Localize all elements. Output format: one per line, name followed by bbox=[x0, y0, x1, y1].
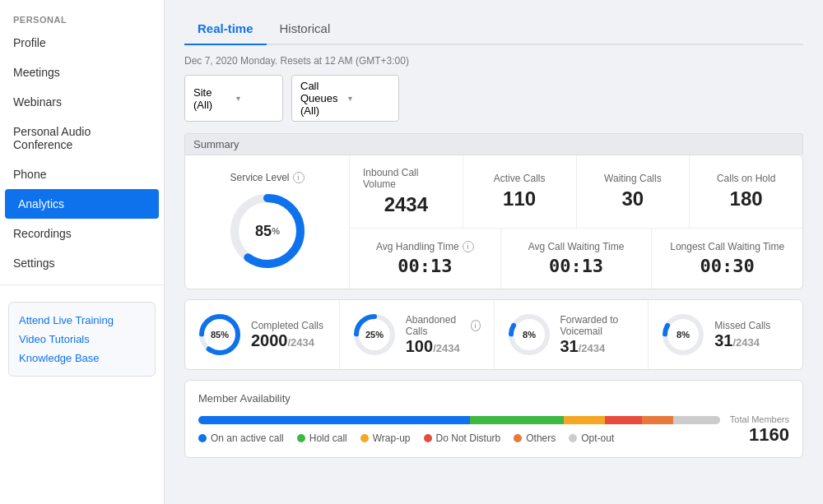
legend-dot-others-legend bbox=[514, 434, 522, 442]
call-stat-info-forwarded-to-voicemail: Forwarded to Voicemail31/2434 bbox=[560, 314, 635, 356]
sidebar-item-recordings[interactable]: Recordings bbox=[0, 219, 164, 248]
mini-donut-forwarded-to-voicemail: 8% bbox=[508, 313, 551, 356]
stat-inbound-label: Inbound Call Volume bbox=[363, 167, 449, 190]
sidebar-item-attend-training[interactable]: Attend Live Training bbox=[19, 311, 145, 330]
stat-inbound-call-volume: Inbound Call Volume 2434 bbox=[350, 155, 463, 228]
abandoned-calls-info-icon[interactable]: i bbox=[471, 320, 481, 331]
call-stat-total-missed-calls: /2434 bbox=[733, 336, 760, 349]
stat-inbound-value: 2434 bbox=[384, 193, 428, 216]
svg-text:8%: 8% bbox=[523, 330, 536, 340]
legend-item-hold-call-legend: Hold call bbox=[297, 432, 347, 444]
site-filter-label: Site (All) bbox=[193, 86, 231, 111]
stats-grid: Service Level i 85% Inbound Call Volume … bbox=[184, 155, 803, 289]
call-stat-title-completed-calls: Completed Calls bbox=[251, 320, 326, 331]
call-queues-filter-chevron: ▾ bbox=[348, 94, 391, 103]
sidebar-item-analytics[interactable]: Analytics bbox=[5, 189, 159, 219]
call-stat-abandoned-calls: 25%Abandoned Callsi100/2434 bbox=[340, 300, 495, 369]
sidebar: PERSONAL ProfileMeetingsWebinarsPersonal… bbox=[0, 0, 165, 504]
total-members-value: 1160 bbox=[730, 424, 789, 446]
stat-longest-waiting-value: 00:30 bbox=[700, 256, 755, 276]
call-stat-title-missed-calls: Missed Calls bbox=[714, 320, 789, 331]
site-filter[interactable]: Site (All) ▾ bbox=[184, 75, 283, 122]
availability-bar bbox=[198, 416, 720, 424]
legend-label-do-not-disturb-legend: Do Not Disturb bbox=[436, 432, 501, 444]
sidebar-item-phone[interactable]: Phone bbox=[0, 160, 164, 189]
bar-segment-opt-out bbox=[673, 416, 720, 424]
stat-longest-waiting-label: Longest Call Waiting Time bbox=[670, 241, 784, 252]
stat-avg-handling: Avg Handling Time i 00:13 bbox=[350, 229, 501, 289]
call-stat-total-forwarded-to-voicemail: /2434 bbox=[579, 342, 606, 354]
legend-item-wrap-up-legend: Wrap-up bbox=[360, 432, 411, 444]
svg-text:85%: 85% bbox=[211, 330, 229, 340]
mini-donut-completed-calls: 85% bbox=[198, 313, 241, 356]
bar-segment-hold-call bbox=[470, 416, 564, 424]
svg-text:8%: 8% bbox=[677, 330, 690, 340]
call-stat-missed-calls: 8%Missed Calls31/2434 bbox=[649, 300, 802, 369]
tab-historical[interactable]: Historical bbox=[267, 16, 344, 45]
sidebar-item-meetings[interactable]: Meetings bbox=[0, 58, 164, 87]
stat-active-label: Active Calls bbox=[494, 173, 546, 184]
calls-grid: 85%Completed Calls2000/243425%Abandoned … bbox=[184, 299, 803, 370]
legend-dot-hold-call-legend bbox=[297, 434, 305, 442]
sidebar-divider bbox=[0, 284, 164, 285]
avg-handling-info-icon[interactable]: i bbox=[463, 241, 474, 252]
call-stat-completed-calls: 85%Completed Calls2000/2434 bbox=[185, 300, 340, 369]
legend-item-others-legend: Others bbox=[514, 432, 556, 444]
stat-active-calls: Active Calls 110 bbox=[463, 155, 577, 228]
legend-dot-wrap-up-legend bbox=[360, 434, 369, 442]
stat-avg-waiting-label: Avg Call Waiting Time bbox=[528, 241, 625, 252]
stat-longest-waiting: Longest Call Waiting Time 00:30 bbox=[652, 229, 802, 289]
stat-avg-handling-label: Avg Handling Time i bbox=[376, 241, 474, 252]
call-stat-total-abandoned-calls: /2434 bbox=[433, 342, 460, 354]
sidebar-item-settings[interactable]: Settings bbox=[0, 248, 164, 278]
service-level-donut: 85% bbox=[226, 190, 309, 272]
sidebar-item-personal-audio-conference[interactable]: Personal Audio Conference bbox=[0, 117, 164, 160]
stat-avg-handling-value: 00:13 bbox=[398, 256, 452, 276]
call-queues-filter[interactable]: Call Queues (All) ▾ bbox=[291, 75, 399, 122]
bar-segment-do-not-disturb bbox=[605, 416, 641, 424]
legend-dot-opt-out-legend bbox=[569, 434, 577, 442]
stat-active-value: 110 bbox=[503, 187, 536, 210]
sidebar-help-box: Attend Live Training Video Tutorials Kno… bbox=[8, 302, 156, 377]
legend-item-active-call-legend: On an active call bbox=[198, 432, 284, 444]
legend-label-active-call-legend: On an active call bbox=[211, 432, 284, 444]
legend-dot-active-call-legend bbox=[198, 434, 207, 442]
call-stat-count-missed-calls: 31/2434 bbox=[714, 331, 789, 350]
legend-item-do-not-disturb-legend: Do Not Disturb bbox=[424, 432, 501, 444]
sidebar-item-knowledge-base[interactable]: Knowledge Base bbox=[19, 349, 145, 368]
main-content: Real-time Historical Dec 7, 2020 Monday.… bbox=[165, 0, 823, 504]
bar-segment-active-call bbox=[198, 416, 470, 424]
sidebar-nav: ProfileMeetingsWebinarsPersonal Audio Co… bbox=[0, 28, 164, 278]
summary-label: Summary bbox=[184, 133, 803, 155]
call-stat-title-abandoned-calls: Abandoned Callsi bbox=[406, 314, 481, 337]
filter-row: Site (All) ▾ Call Queues (All) ▾ bbox=[184, 75, 803, 122]
legend-item-opt-out-legend: Opt-out bbox=[569, 432, 614, 444]
service-level-svg: 85% bbox=[226, 190, 309, 272]
service-level-panel: Service Level i 85% bbox=[185, 155, 350, 289]
call-stat-total-completed-calls: /2434 bbox=[288, 336, 315, 349]
sidebar-item-video-tutorials[interactable]: Video Tutorials bbox=[19, 330, 145, 349]
stat-avg-waiting-value: 00:13 bbox=[549, 256, 603, 276]
member-availability-title: Member Availability bbox=[198, 392, 789, 405]
legend-row: On an active callHold callWrap-upDo Not … bbox=[198, 432, 720, 444]
legend-label-others-legend: Others bbox=[526, 432, 556, 444]
sidebar-item-profile[interactable]: Profile bbox=[0, 28, 164, 58]
call-queues-filter-label: Call Queues (All) bbox=[300, 80, 343, 117]
tab-real-time[interactable]: Real-time bbox=[184, 16, 267, 45]
legend-label-opt-out-legend: Opt-out bbox=[581, 432, 614, 444]
stat-waiting-value: 30 bbox=[622, 187, 644, 210]
stat-waiting-label: Waiting Calls bbox=[604, 173, 662, 184]
stat-waiting-calls: Waiting Calls 30 bbox=[577, 155, 690, 228]
date-bar: Dec 7, 2020 Monday. Resets at 12 AM (GMT… bbox=[184, 55, 803, 67]
tabs: Real-time Historical bbox=[184, 16, 803, 45]
service-level-info-icon[interactable]: i bbox=[293, 172, 305, 183]
total-members: Total Members 1160 bbox=[730, 414, 789, 446]
call-stat-count-forwarded-to-voicemail: 31/2434 bbox=[560, 337, 635, 356]
call-stat-info-completed-calls: Completed Calls2000/2434 bbox=[251, 320, 326, 350]
stat-hold-value: 180 bbox=[730, 187, 763, 210]
mini-donut-missed-calls: 8% bbox=[662, 313, 704, 356]
legend-label-hold-call-legend: Hold call bbox=[309, 432, 347, 444]
sidebar-item-webinars[interactable]: Webinars bbox=[0, 87, 164, 117]
svg-text:85%: 85% bbox=[255, 223, 280, 239]
mini-donut-abandoned-calls: 25% bbox=[353, 313, 396, 356]
